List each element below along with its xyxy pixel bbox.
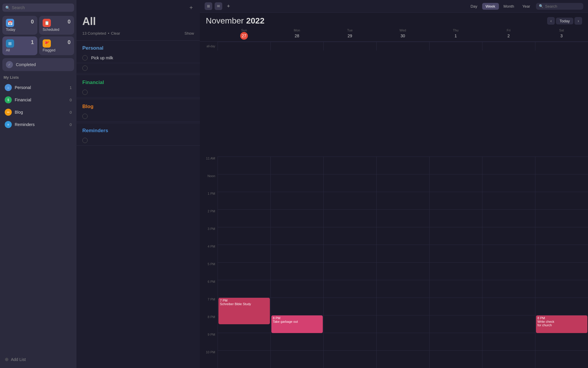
cal-cell-4-1[interactable]	[270, 227, 323, 245]
cal-cell-11-1[interactable]	[270, 350, 323, 368]
cal-cell-8-6[interactable]	[535, 298, 588, 315]
cal-cell-10-4[interactable]	[429, 333, 482, 350]
cal-cell-0-2[interactable]	[323, 157, 376, 174]
add-reminder-button[interactable]: +	[187, 4, 195, 12]
cal-envelope-icon[interactable]: ✉	[215, 2, 222, 10]
cal-cell-6-6[interactable]	[535, 262, 588, 280]
event-block[interactable]: 7 PM Schreiber Bible Study	[218, 298, 270, 324]
cal-cell-10-2[interactable]	[323, 333, 376, 350]
cal-cell-7-0[interactable]	[218, 280, 270, 298]
reminder-circle-financial[interactable]	[82, 90, 88, 95]
nav-next-button[interactable]: ›	[574, 17, 582, 25]
cal-cell-6-2[interactable]	[323, 262, 376, 280]
completed-row[interactable]: ✓ Completed	[2, 58, 74, 71]
cal-cell-1-0[interactable]	[218, 174, 270, 192]
clear-button[interactable]: Clear	[111, 31, 120, 36]
cal-cell-2-6[interactable]	[535, 192, 588, 209]
tab-day[interactable]: Day	[467, 3, 481, 10]
cal-cell-10-6[interactable]	[535, 333, 588, 350]
cal-cell-7-4[interactable]	[429, 280, 482, 298]
cal-cell-0-6[interactable]	[535, 157, 588, 174]
event-block[interactable]: 8 PM Take garbage out	[271, 315, 323, 333]
smart-list-all[interactable]: ⊞ 1 All	[2, 36, 37, 55]
reminder-circle-reminders[interactable]	[82, 138, 88, 143]
tab-year[interactable]: Year	[519, 3, 534, 10]
tab-week[interactable]: Week	[482, 3, 499, 10]
cal-cell-2-1[interactable]	[270, 192, 323, 209]
cal-cell-9-6[interactable]: 8 PM Write check for church	[535, 315, 588, 333]
cal-cell-7-1[interactable]	[270, 280, 323, 298]
show-button[interactable]: Show	[184, 31, 194, 36]
cal-cell-10-1[interactable]	[270, 333, 323, 350]
cal-cell-1-3[interactable]	[376, 174, 429, 192]
cal-cell-8-1[interactable]	[270, 298, 323, 315]
cal-cell-8-5[interactable]	[482, 298, 535, 315]
cal-cell-9-5[interactable]	[482, 315, 535, 333]
sidebar-item-financial[interactable]: $ Financial 0	[2, 94, 74, 105]
smart-list-flagged[interactable]: 🚩 0 Flagged	[39, 36, 74, 55]
smart-list-today[interactable]: 📅 0 Today	[2, 16, 37, 35]
reminder-circle[interactable]	[82, 55, 88, 61]
cal-cell-0-3[interactable]	[376, 157, 429, 174]
cal-cell-2-0[interactable]	[218, 192, 270, 209]
cal-grid-icon[interactable]: ⊞	[205, 2, 212, 10]
cal-cell-4-4[interactable]	[429, 227, 482, 245]
cal-cell-9-2[interactable]	[323, 315, 376, 333]
cal-cell-11-0[interactable]	[218, 350, 270, 368]
reminder-circle-blog[interactable]	[82, 114, 88, 119]
cal-search-input[interactable]	[545, 4, 580, 9]
cal-cell-8-3[interactable]	[376, 298, 429, 315]
cal-cell-3-3[interactable]	[376, 209, 429, 227]
cal-cell-3-5[interactable]	[482, 209, 535, 227]
cal-cell-7-5[interactable]	[482, 280, 535, 298]
cal-cell-5-1[interactable]	[270, 245, 323, 262]
cal-cell-7-6[interactable]	[535, 280, 588, 298]
sidebar-item-reminders[interactable]: ≡ Reminders 0	[2, 119, 74, 130]
sidebar-item-personal[interactable]: ⌂ Personal 1	[2, 82, 74, 93]
cal-add-button[interactable]: +	[225, 2, 232, 10]
cal-cell-6-4[interactable]	[429, 262, 482, 280]
cal-cell-9-4[interactable]	[429, 315, 482, 333]
cal-cell-6-3[interactable]	[376, 262, 429, 280]
cal-cell-5-3[interactable]	[376, 245, 429, 262]
sidebar-item-blog[interactable]: ✏ Blog 0	[2, 107, 74, 118]
cal-cell-2-2[interactable]	[323, 192, 376, 209]
cal-cell-8-0[interactable]: 7 PM Schreiber Bible Study	[218, 298, 270, 315]
cal-cell-7-2[interactable]	[323, 280, 376, 298]
cal-cell-11-5[interactable]	[482, 350, 535, 368]
cal-cell-1-1[interactable]	[270, 174, 323, 192]
cal-cell-1-5[interactable]	[482, 174, 535, 192]
cal-cell-4-2[interactable]	[323, 227, 376, 245]
cal-cell-11-3[interactable]	[376, 350, 429, 368]
cal-cell-1-6[interactable]	[535, 174, 588, 192]
cal-cell-2-4[interactable]	[429, 192, 482, 209]
cal-cell-0-0[interactable]	[218, 157, 270, 174]
cal-cell-6-5[interactable]	[482, 262, 535, 280]
cal-cell-5-5[interactable]	[482, 245, 535, 262]
cal-cell-3-4[interactable]	[429, 209, 482, 227]
cal-search-bar[interactable]: 🔍	[536, 3, 583, 10]
cal-cell-2-3[interactable]	[376, 192, 429, 209]
cal-cell-11-2[interactable]	[323, 350, 376, 368]
cal-cell-4-6[interactable]	[535, 227, 588, 245]
today-button[interactable]: Today	[556, 18, 573, 24]
cal-cell-5-0[interactable]	[218, 245, 270, 262]
cal-cell-9-1[interactable]: 8 PM Take garbage out	[270, 315, 323, 333]
cal-cell-8-4[interactable]	[429, 298, 482, 315]
cal-cell-2-5[interactable]	[482, 192, 535, 209]
search-bar[interactable]: 🔍	[2, 4, 74, 12]
cal-cell-4-3[interactable]	[376, 227, 429, 245]
cal-cell-6-0[interactable]	[218, 262, 270, 280]
cal-cell-3-1[interactable]	[270, 209, 323, 227]
event-block[interactable]: 8 PM Write check for church	[536, 315, 587, 333]
search-input[interactable]	[12, 5, 71, 10]
cal-cell-9-3[interactable]	[376, 315, 429, 333]
cal-cell-8-2[interactable]	[323, 298, 376, 315]
cal-cell-3-0[interactable]	[218, 209, 270, 227]
smart-list-scheduled[interactable]: 📋 0 Scheduled	[39, 16, 74, 35]
cal-cell-5-6[interactable]	[535, 245, 588, 262]
cal-cell-10-0[interactable]	[218, 333, 270, 350]
cal-cell-10-3[interactable]	[376, 333, 429, 350]
cal-cell-1-4[interactable]	[429, 174, 482, 192]
cal-cell-4-0[interactable]	[218, 227, 270, 245]
